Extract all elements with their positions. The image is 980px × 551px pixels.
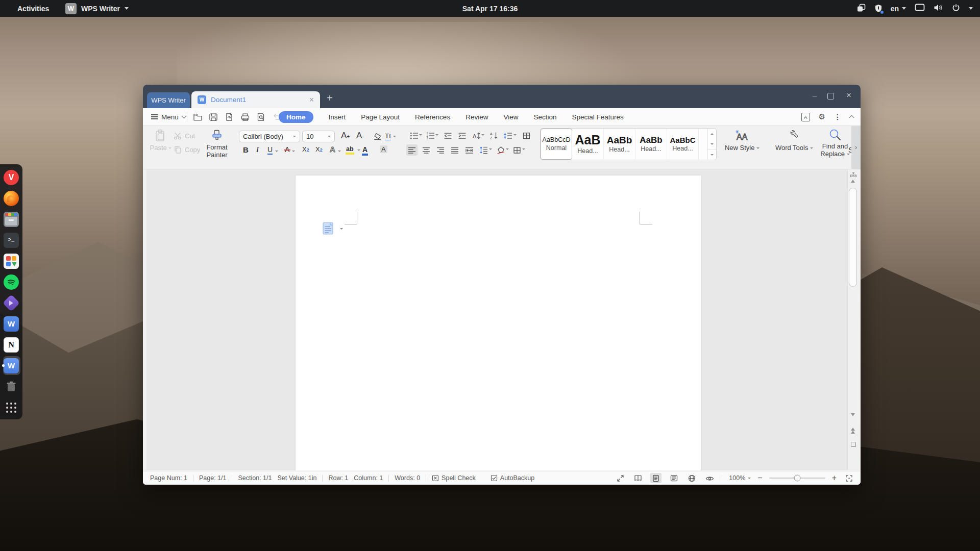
status-set-value[interactable]: Set Value: 1in <box>278 474 317 482</box>
display-icon[interactable] <box>915 4 925 13</box>
scrollbar-thumb[interactable] <box>849 188 857 287</box>
underline-button[interactable]: U <box>267 145 278 155</box>
dock-item-notion[interactable]: N <box>1 334 21 355</box>
shading-fill-caret-icon[interactable] <box>506 148 509 150</box>
volume-icon[interactable] <box>934 4 943 13</box>
character-shading-button[interactable]: A <box>380 145 387 153</box>
italic-button[interactable]: I <box>256 145 259 154</box>
close-window-button[interactable]: × <box>846 91 851 99</box>
document-area[interactable] <box>146 169 847 470</box>
style-normal[interactable]: AaBbCcD Normal <box>541 129 572 160</box>
new-style-button[interactable]: AA✳ New Style <box>719 129 766 152</box>
tab-review[interactable]: Review <box>465 113 488 121</box>
focused-app-menu[interactable]: W WPS Writer <box>65 0 129 17</box>
copy-button[interactable]: Copy <box>174 145 200 154</box>
spell-check-toggle[interactable]: Spell Check <box>432 474 476 482</box>
sort-button[interactable]: AZ <box>488 130 499 141</box>
zoom-slider[interactable] <box>769 478 825 479</box>
scroll-down-arrow[interactable] <box>851 413 855 416</box>
dock-item-trash[interactable] <box>1 376 21 397</box>
outline-view-button[interactable] <box>668 473 679 483</box>
reading-mode-icon[interactable]: A <box>801 113 810 121</box>
styles-expand-button[interactable] <box>708 149 716 160</box>
status-row[interactable]: Row: 1 <box>328 474 348 482</box>
page-view-button[interactable] <box>650 473 662 483</box>
tab-view[interactable]: View <box>503 113 518 121</box>
eye-protection-button[interactable] <box>704 473 715 483</box>
save-button[interactable] <box>208 111 219 122</box>
cut-button[interactable]: Cut <box>174 132 195 140</box>
numbering-button[interactable]: 123 <box>425 130 436 141</box>
print-button[interactable] <box>239 111 251 122</box>
zoom-out-button[interactable]: − <box>757 473 762 483</box>
tab-special-features[interactable]: Special Features <box>572 113 623 121</box>
system-menu-caret-icon[interactable] <box>969 7 973 10</box>
document-tab[interactable]: W Document1 × <box>191 91 320 108</box>
dock-item-file-manager[interactable] <box>1 209 21 230</box>
superscript-button[interactable]: X2 <box>302 145 309 153</box>
clock[interactable]: Sat Apr 17 16:36 <box>0 0 980 17</box>
dock-item-vivaldi[interactable]: V <box>1 167 21 188</box>
style-heading3[interactable]: AaBb Head... <box>635 129 667 160</box>
windows-overlap-icon[interactable] <box>857 4 866 14</box>
font-color-button[interactable]: A <box>362 145 368 154</box>
new-tab-button[interactable]: + <box>327 92 333 104</box>
align-right-button[interactable] <box>435 144 446 156</box>
tab-page-layout[interactable]: Page Layout <box>361 113 400 121</box>
open-file-button[interactable] <box>192 111 203 122</box>
format-painter-button[interactable]: FormatPainter <box>200 129 234 159</box>
maximize-button[interactable] <box>827 93 834 99</box>
zoom-in-button[interactable]: + <box>832 473 837 483</box>
borders-button[interactable] <box>511 144 523 156</box>
fit-page-button[interactable] <box>843 473 854 483</box>
word-tools-button[interactable]: Word Tools <box>770 129 819 152</box>
highlight-button[interactable]: ab <box>346 145 360 153</box>
paragraph-spacing-button[interactable] <box>502 130 513 141</box>
status-words[interactable]: Words: 0 <box>395 474 420 482</box>
status-column[interactable]: Column: 1 <box>354 474 383 482</box>
bold-button[interactable]: B <box>243 145 249 154</box>
paragraph-spacing-caret-icon[interactable] <box>513 134 517 136</box>
close-document-tab-icon[interactable]: × <box>309 96 314 104</box>
justify-button[interactable] <box>449 144 460 156</box>
borders-caret-icon[interactable] <box>522 148 525 150</box>
tab-home[interactable]: Home <box>279 111 313 123</box>
clear-formatting-button[interactable] <box>372 130 383 141</box>
text-direction-caret-icon[interactable] <box>481 134 484 136</box>
line-spacing-button[interactable] <box>478 144 489 156</box>
page-quick-widget[interactable] <box>323 222 343 235</box>
export-pdf-button[interactable] <box>224 111 235 122</box>
minimize-button[interactable]: – <box>813 91 817 99</box>
tab-insert[interactable]: Insert <box>329 113 346 121</box>
keyboard-layout-indicator[interactable]: en <box>891 5 906 13</box>
subscript-button[interactable]: X2 <box>315 145 323 153</box>
wps-home-tab[interactable]: WPS Writer <box>147 92 190 108</box>
tab-section[interactable]: Section <box>533 113 556 121</box>
previous-page-button-2[interactable] <box>851 431 855 434</box>
font-size-combobox[interactable]: 10 <box>302 131 335 142</box>
two-page-view-button[interactable] <box>632 473 644 483</box>
web-view-button[interactable] <box>686 473 697 483</box>
more-options-icon[interactable]: ⋮ <box>834 113 841 121</box>
change-case-button[interactable]: Tt <box>385 132 396 140</box>
ribbon-expand-right-button[interactable]: › <box>851 126 861 169</box>
numbering-caret-icon[interactable] <box>435 134 438 136</box>
main-menu-button[interactable]: Menu <box>151 111 186 122</box>
font-name-combobox[interactable]: Calibri (Body) <box>239 131 300 142</box>
dock-item-app-grid[interactable] <box>1 397 21 418</box>
style-heading4[interactable]: AaBbC Head... <box>667 129 699 160</box>
status-page-num[interactable]: Page Num: 1 <box>150 474 187 482</box>
dock-item-wps-office[interactable]: W <box>1 313 21 334</box>
print-preview-button[interactable] <box>255 111 266 122</box>
select-browse-object-button[interactable] <box>851 442 856 447</box>
bullets-button[interactable] <box>408 130 420 141</box>
style-heading1[interactable]: AaB Head... <box>572 129 604 160</box>
power-icon[interactable] <box>952 4 960 13</box>
settings-gear-icon[interactable]: ⚙ <box>819 112 825 121</box>
zoom-slider-knob[interactable] <box>794 475 800 482</box>
style-heading2[interactable]: AaBb Head... <box>604 129 635 160</box>
scroll-up-arrow[interactable] <box>851 180 855 183</box>
tab-references[interactable]: References <box>415 113 450 121</box>
dock-item-media-app[interactable] <box>1 292 21 313</box>
shading-fill-button[interactable] <box>495 144 506 156</box>
